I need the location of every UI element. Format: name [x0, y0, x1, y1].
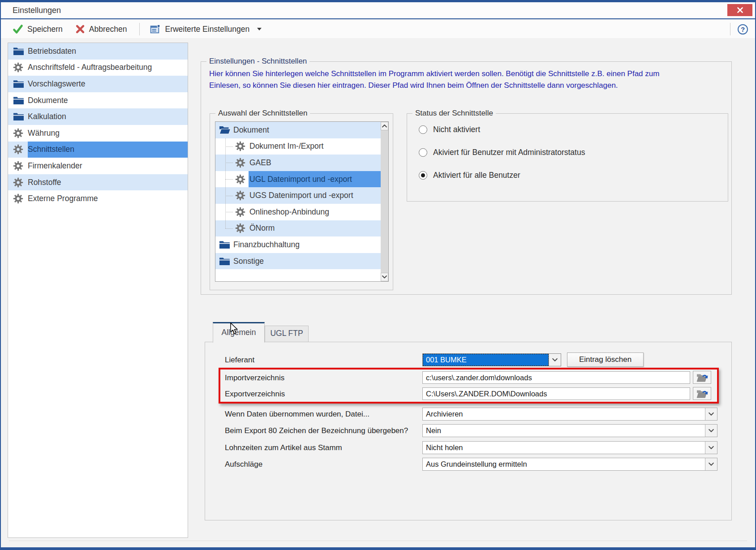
scrollbar-up-button[interactable] [381, 122, 388, 130]
chevron-down-icon [708, 412, 714, 417]
tree-item-label: ÖNorm [249, 223, 275, 233]
gear-icon [235, 141, 249, 151]
dropdown-button[interactable] [705, 458, 717, 470]
tab-ugl-ftp[interactable]: UGL FTP [265, 326, 309, 342]
group-title: Einstellungen - Schnittstellen [206, 57, 309, 66]
status-group: Status der Schnittstelle Nicht aktiviert… [407, 113, 728, 202]
radio-aktiviert-alle[interactable]: Aktiviert für alle Benutzer [419, 171, 520, 180]
radio-aktiviert-admin[interactable]: Akiviert für Benutzer mit Administrators… [419, 148, 585, 157]
datei-uebernommen-select[interactable]: Archivieren [422, 408, 717, 421]
tree-item-label: GAEB [249, 158, 271, 168]
tree-item-ugl-datenimport[interactable]: UGL Datenimport und -export [215, 171, 381, 188]
tree-item-onlineshop-anbindung[interactable]: Onlineshop-Anbindung [215, 204, 381, 220]
select-value: Aus Grundeinstellung ermitteln [423, 458, 705, 470]
import-directory-label: Importverzeichnis [225, 371, 284, 384]
sidebar-item-kalkulation[interactable]: Kalkulation [8, 108, 188, 125]
sidebar-item-schnittstellen[interactable]: Schnittstellen [8, 142, 188, 158]
tree-connector-line [225, 138, 226, 228]
sidebar-item-anschriftsfeld[interactable]: Anschriftsfeld - Auftragsbearbeitung [8, 60, 188, 76]
dropdown-button[interactable] [705, 408, 717, 420]
sidebar-item-vorschlagswerte[interactable]: Vorschlagswerte [8, 76, 188, 92]
sidebar-item-rohstoffe[interactable]: Rohstoffe [8, 174, 188, 191]
tree-connector [225, 228, 233, 229]
lohnzeiten-select[interactable]: Nicht holen [422, 441, 717, 454]
tree-item-finanzbuchhaltung[interactable]: Finanzbuchhaltung [215, 236, 381, 253]
toolbar: Speichern Abbrechen Erweiterte Einstellu… [1, 20, 755, 38]
tree-connector [225, 196, 233, 196]
aufschlaege-select[interactable]: Aus Grundeinstellung ermitteln [422, 458, 717, 471]
tree-item-label: Onlineshop-Anbindung [249, 207, 329, 217]
gear-icon [235, 174, 249, 185]
cancel-button[interactable]: Abbrechen [75, 24, 127, 34]
dropdown-button[interactable] [705, 442, 717, 454]
status-group-title: Status der Schnittstelle [412, 109, 496, 118]
radio-icon[interactable] [419, 148, 427, 157]
radio-label: Aktiviert für alle Benutzer [433, 171, 520, 180]
advanced-settings-button[interactable]: Erweiterte Einstellungen [150, 24, 262, 35]
import-browse-button[interactable] [693, 371, 711, 384]
export-80-zeichen-select[interactable]: Nein [422, 424, 717, 437]
gear-icon [235, 223, 249, 233]
radio-icon[interactable] [419, 171, 427, 180]
lieferant-combobox[interactable]: 001 BUMKE [422, 353, 561, 366]
save-button[interactable]: Speichern [13, 24, 63, 34]
advanced-settings-icon [150, 24, 161, 35]
export-80-zeichen-label: Beim Export 80 Zeichen der Bezeichnung ü… [225, 424, 408, 437]
lieferant-dropdown-button[interactable] [549, 354, 561, 366]
export-directory-label: Exportverzeichnis [225, 387, 285, 400]
window-border-top [0, 0, 756, 2]
tree-connector [225, 212, 233, 212]
sidebar-item-label: Schnittstellen [28, 145, 74, 154]
settings-category-list: Betriebsdaten Anschriftsfeld - Auftragsb… [8, 43, 188, 538]
list-scrollbar[interactable] [381, 122, 388, 281]
delete-entry-button[interactable]: Eintrag löschen [567, 352, 644, 367]
sidebar-item-betriebsdaten[interactable]: Betriebsdaten [8, 43, 188, 60]
tree-item-sonstige[interactable]: Sonstige [215, 253, 381, 270]
auswahl-group: Auswahl der Schnittstellen Dokument Doku… [210, 113, 393, 290]
sidebar-item-label: Rohstoffe [28, 178, 61, 187]
window-title: Einstellungen [13, 6, 61, 15]
toolbar-separator [730, 23, 730, 35]
auswahl-group-title: Auswahl der Schnittstellen [215, 109, 310, 118]
sidebar-item-waehrung[interactable]: Währung [8, 125, 188, 142]
sidebar-item-externe-programme[interactable]: Externe Programme [8, 190, 188, 207]
chevron-down-icon [708, 445, 714, 450]
help-icon: ? [741, 26, 745, 33]
radio-label: Akiviert für Benutzer mit Administrators… [433, 148, 585, 157]
folder-icon [13, 112, 28, 121]
radio-nicht-aktiviert[interactable]: Nicht aktiviert [419, 125, 480, 134]
export-directory-input[interactable] [422, 387, 690, 400]
sidebar-item-firmenkalender[interactable]: Firmenkalender [8, 158, 188, 174]
browse-folder-icon [696, 373, 708, 382]
cross-icon [75, 24, 85, 34]
tree-item-dokument[interactable]: Dokument [215, 122, 381, 138]
lieferant-value: 001 BUMKE [423, 354, 549, 366]
dropdown-button[interactable] [705, 425, 717, 437]
tree-item-ugs-datenimport[interactable]: UGS Datenimport und -export [215, 187, 381, 204]
select-value: Nicht holen [423, 442, 705, 454]
tree-item-gaeb[interactable]: GAEB [215, 155, 381, 171]
tree-item-label: Dokument Im-/Export [249, 142, 323, 151]
sidebar-item-dokumente[interactable]: Dokumente [8, 92, 188, 109]
check-icon [13, 24, 23, 34]
scrollbar-down-button[interactable] [381, 273, 388, 281]
sidebar-item-label: Kalkulation [28, 112, 66, 121]
mouse-cursor [230, 322, 239, 335]
folder-icon [219, 240, 233, 249]
sidebar-item-label: Dokumente [28, 96, 68, 105]
import-directory-input[interactable] [422, 371, 690, 384]
gear-icon [13, 144, 28, 155]
sidebar-item-label: Externe Programme [28, 194, 98, 203]
help-button[interactable]: ? [738, 24, 748, 34]
close-button[interactable] [727, 4, 752, 16]
tree-item-oenorm[interactable]: ÖNorm [215, 220, 381, 237]
radio-icon[interactable] [419, 125, 427, 134]
gear-icon [13, 128, 28, 138]
tab-allgemein[interactable]: Allgemein [213, 322, 265, 343]
select-value: Nein [423, 425, 705, 437]
schnittstellen-listbox: Dokument Dokument Im-/Export GAEB UGL Da… [215, 121, 389, 282]
chevron-up-icon [382, 124, 387, 129]
tree-connector [225, 163, 233, 163]
tree-item-dokument-im-export[interactable]: Dokument Im-/Export [215, 138, 381, 155]
export-browse-button[interactable] [693, 387, 711, 400]
